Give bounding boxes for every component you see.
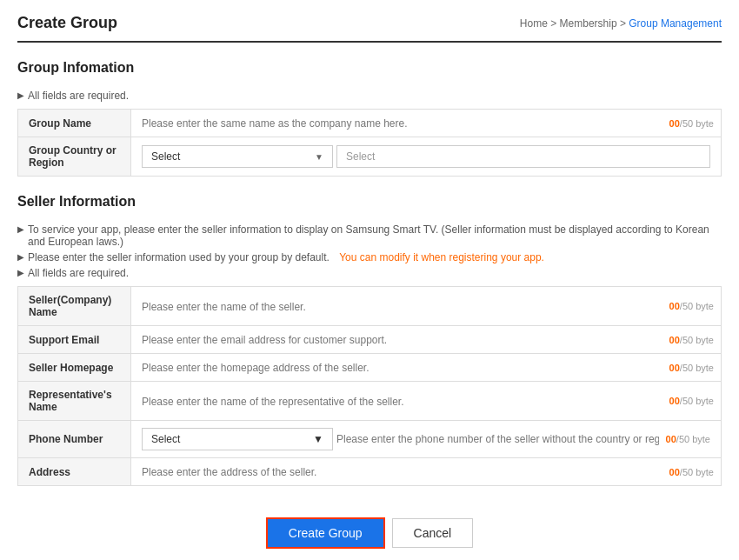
group-info-section: Group Infomation All fields are required… bbox=[17, 60, 722, 177]
page-title: Create Group bbox=[17, 14, 117, 32]
seller-homepage-label: Seller Homepage bbox=[18, 354, 131, 382]
breadcrumb-home: Home bbox=[520, 17, 548, 30]
seller-homepage-counter: 00/50 byte bbox=[669, 363, 714, 373]
company-name-row: Seller(Company) Name 00/50 byte bbox=[18, 287, 722, 326]
representative-name-label: Representative's Name bbox=[18, 382, 131, 421]
support-email-label: Support Email bbox=[18, 326, 131, 354]
phone-number-label: Phone Number bbox=[18, 421, 131, 458]
group-info-title: Group Infomation bbox=[17, 60, 722, 81]
create-group-button[interactable]: Create Group bbox=[266, 517, 385, 549]
phone-dropdown-arrow-icon: ▼ bbox=[313, 433, 323, 445]
group-country-value-cell: Select ▼ Select bbox=[131, 137, 722, 177]
breadcrumb-current[interactable]: Group Management bbox=[629, 17, 722, 30]
representative-name-counter: 00/50 byte bbox=[669, 396, 714, 406]
group-name-label: Group Name bbox=[18, 110, 131, 137]
breadcrumb-sep2: > bbox=[620, 17, 629, 30]
seller-info-table: Seller(Company) Name 00/50 byte Support … bbox=[17, 286, 722, 486]
seller-info-section: Seller Information To service your app, … bbox=[17, 194, 722, 486]
seller-homepage-value-cell: 00/50 byte bbox=[131, 354, 722, 382]
support-email-counter: 00/50 byte bbox=[669, 335, 714, 345]
phone-number-row-inner: Select ▼ 00/50 byte bbox=[142, 428, 710, 450]
page-header: Create Group Home > Membership > Group M… bbox=[17, 14, 722, 43]
group-country-selects: Select ▼ Select bbox=[142, 145, 710, 168]
address-value-cell: 00/50 byte bbox=[131, 458, 722, 486]
phone-number-value-cell: Select ▼ 00/50 byte bbox=[131, 421, 722, 458]
breadcrumb-membership: Membership bbox=[560, 17, 617, 30]
company-name-input[interactable] bbox=[142, 301, 710, 313]
representative-name-input[interactable] bbox=[142, 396, 710, 408]
phone-country-select[interactable]: Select ▼ bbox=[142, 428, 333, 450]
seller-note-3: All fields are required. bbox=[17, 267, 722, 279]
phone-number-row: Phone Number Select ▼ 00/50 byte bbox=[18, 421, 722, 458]
phone-number-counter: 00/50 byte bbox=[666, 434, 710, 444]
address-counter: 00/50 byte bbox=[669, 467, 714, 477]
support-email-input[interactable] bbox=[142, 334, 710, 346]
group-name-input[interactable] bbox=[142, 117, 710, 130]
group-country-select1[interactable]: Select ▼ bbox=[142, 145, 333, 168]
group-required-note: All fields are required. bbox=[17, 90, 722, 102]
support-email-row: Support Email 00/50 byte bbox=[18, 326, 722, 354]
seller-info-title: Seller Information bbox=[17, 194, 722, 215]
seller-homepage-row: Seller Homepage 00/50 byte bbox=[18, 354, 722, 382]
group-name-value-cell: 00/50 byte bbox=[131, 110, 722, 137]
representative-name-row: Representative's Name 00/50 byte bbox=[18, 382, 722, 421]
company-name-value-cell: 00/50 byte bbox=[131, 287, 722, 326]
seller-note-2: Please enter the seller information used… bbox=[17, 251, 722, 263]
seller-note-1: To service your app, please enter the se… bbox=[17, 223, 722, 248]
group-country-label: Group Country or Region bbox=[18, 137, 131, 177]
group-name-row: Group Name 00/50 byte bbox=[18, 110, 722, 137]
group-required-note-wrapper: All fields are required. bbox=[17, 90, 722, 102]
footer-buttons: Create Group Cancel bbox=[17, 503, 722, 557]
address-label: Address bbox=[18, 458, 131, 486]
support-email-value-cell: 00/50 byte bbox=[131, 326, 722, 354]
address-row: Address 00/50 byte bbox=[18, 458, 722, 486]
dropdown-arrow-icon: ▼ bbox=[315, 152, 323, 162]
representative-name-value-cell: 00/50 byte bbox=[131, 382, 722, 421]
cancel-button[interactable]: Cancel bbox=[392, 518, 474, 548]
phone-number-input[interactable] bbox=[336, 433, 659, 445]
group-info-table: Group Name 00/50 byte Group Country or R… bbox=[17, 109, 722, 177]
group-country-select2[interactable]: Select bbox=[336, 145, 710, 168]
address-input[interactable] bbox=[142, 466, 710, 478]
group-country-row: Group Country or Region Select ▼ Select bbox=[18, 137, 722, 177]
breadcrumb-sep1: > bbox=[550, 17, 559, 30]
company-name-counter: 00/50 byte bbox=[669, 301, 714, 311]
group-name-counter: 00/50 byte bbox=[669, 118, 714, 129]
seller-notes-wrapper: To service your app, please enter the se… bbox=[17, 223, 722, 279]
seller-homepage-input[interactable] bbox=[142, 362, 710, 374]
company-name-label: Seller(Company) Name bbox=[18, 287, 131, 326]
breadcrumb: Home > Membership > Group Management bbox=[520, 17, 722, 30]
